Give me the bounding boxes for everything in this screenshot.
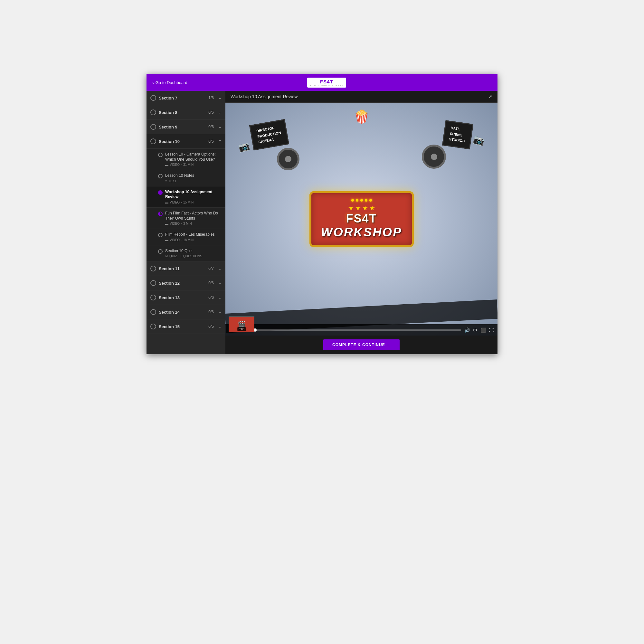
section-9-title: Section 9 <box>159 125 206 129</box>
sidebar-item-section-7[interactable]: Section 7 1/6 ⌄ <box>147 91 225 105</box>
lesson-film-report-title: Film Report - Les Miserables <box>165 232 222 237</box>
right-panel: Workshop 10 Assignment Review ⤢ 🍿 📷 📷 <box>225 91 497 354</box>
section-10-circle <box>150 138 156 144</box>
camera-left-decoration: 📷 <box>237 140 251 153</box>
lesson-fun-fact-info: Fun Film Fact - Actors Who Do Their Own … <box>165 211 222 225</box>
video-icon-4: ▬ <box>165 238 168 242</box>
clapperboard-right: DATE SCENE STUDIOS <box>442 120 473 149</box>
lesson-fun-fact-meta: ▬ VIDEO · 3 MIN <box>165 222 222 225</box>
light-1 <box>351 199 354 202</box>
section-7-progress: 1/6 <box>208 96 214 100</box>
lesson-camera-meta: ▬ VIDEO · 31 MIN <box>165 163 222 166</box>
lesson-camera-circle <box>158 153 163 157</box>
sidebar-item-section-15[interactable]: Section 15 0/5 ⌄ <box>147 319 225 334</box>
section-12-progress: 0/6 <box>208 281 214 285</box>
sidebar-item-section-11[interactable]: Section 11 0/7 ⌄ <box>147 261 225 276</box>
video-background: 🍿 📷 📷 <box>225 103 497 336</box>
section-12-circle <box>150 280 156 286</box>
outer-wrapper: ‹ Go to Dashboard FS4T FILM SCHOOL FOR T… <box>0 0 644 644</box>
section-8-chevron: ⌄ <box>218 110 222 115</box>
marquee-sign: ★ ★ ★ ★ FS4T WORKSHOP <box>309 191 414 247</box>
section-7-circle <box>150 95 156 101</box>
video-icon-3: ▬ <box>165 222 168 225</box>
lesson-film-report-info: Film Report - Les Miserables ▬ VIDEO · 1… <box>165 232 222 242</box>
lesson-camera-duration: 31 MIN <box>183 163 194 166</box>
star-4: ★ <box>369 204 375 212</box>
lesson-notes-meta: ≡ TEXT <box>165 179 222 183</box>
thumbnail-time: 0:00 <box>237 327 246 331</box>
section-15-title: Section 15 <box>159 324 206 329</box>
section-7-chevron: ⌄ <box>218 96 222 100</box>
main-content: Section 7 1/6 ⌄ Section 8 0/6 ⌄ Section … <box>147 91 497 354</box>
lesson-quiz-meta: ☑ QUIZ · 6 QUESTIONS <box>165 254 222 258</box>
sidebar-item-section-13[interactable]: Section 13 0/6 ⌄ <box>147 290 225 305</box>
sign-lights <box>321 199 402 202</box>
clapper-left-text: DIRECTOR PRODUCTION CAMERA <box>256 124 282 145</box>
lesson-item-fun-fact[interactable]: Fun Film Fact - Actors Who Do Their Own … <box>147 208 225 229</box>
clapper-right-text: DATE SCENE STUDIOS <box>449 125 467 144</box>
sidebar-item-section-14[interactable]: Section 14 0/6 ⌄ <box>147 305 225 319</box>
clapperboard-left: DIRECTOR PRODUCTION CAMERA <box>249 119 289 150</box>
lesson-film-report-type: VIDEO <box>170 238 180 242</box>
sidebar-item-section-12[interactable]: Section 12 0/6 ⌄ <box>147 276 225 290</box>
lesson-item-notes[interactable]: Lesson 10 Notes ≡ TEXT <box>147 170 225 186</box>
reel-right-decoration <box>422 145 446 169</box>
expand-icon[interactable]: ⤢ <box>488 94 492 99</box>
lesson-camera-separator: · <box>181 163 182 166</box>
sign-workshop-text: WORKSHOP <box>321 225 402 239</box>
logo-area: FS4T FILM SCHOOL FOR TEENS <box>307 78 346 88</box>
star-3: ★ <box>362 204 368 212</box>
video-title-bar: Workshop 10 Assignment Review ⤢ <box>225 91 497 103</box>
section-11-progress: 0/7 <box>208 266 214 271</box>
lesson-workshop-info: Workshop 10 Assignment Review ▬ VIDEO · … <box>165 190 222 204</box>
text-icon: ≡ <box>165 179 167 183</box>
video-icon: ▬ <box>165 163 168 166</box>
section-15-circle <box>150 324 156 329</box>
lesson-item-camera[interactable]: Lesson 10 - Camera Options: Which One Sh… <box>147 149 225 170</box>
airplay-icon[interactable]: ⬛ <box>480 327 486 333</box>
go-to-dashboard-button[interactable]: ‹ Go to Dashboard <box>152 80 187 85</box>
lesson-camera-type: VIDEO <box>170 163 180 166</box>
lesson-fun-fact-separator: · <box>181 222 182 225</box>
lesson-item-quiz[interactable]: Section 10 Quiz ☑ QUIZ · 6 QUESTIONS <box>147 245 225 262</box>
lesson-film-report-separator: · <box>181 238 182 242</box>
lesson-camera-title: Lesson 10 - Camera Options: Which One Sh… <box>165 152 222 162</box>
lesson-workshop-meta: ▬ VIDEO · 15 MIN <box>165 201 222 204</box>
sidebar-item-section-10[interactable]: Section 10 0/6 ⌃ <box>147 134 225 149</box>
lesson-item-workshop[interactable]: Workshop 10 Assignment Review ▬ VIDEO · … <box>147 186 225 208</box>
go-to-dashboard-label: Go to Dashboard <box>156 80 187 85</box>
lesson-quiz-duration: 6 QUESTIONS <box>181 254 202 258</box>
thumbnail-preview: 🎬 0:00 <box>229 316 254 332</box>
section-14-circle <box>150 309 156 315</box>
video-controls: ▶ 0:05 🔊 ⚙ ⬛ ⛶ <box>225 324 497 336</box>
section-8-title: Section 8 <box>159 110 206 115</box>
section-10-title: Section 10 <box>159 139 206 144</box>
section-9-circle <box>150 124 156 130</box>
progress-bar[interactable] <box>246 329 461 331</box>
volume-icon[interactable]: 🔊 <box>464 327 470 333</box>
light-4 <box>365 199 367 202</box>
lesson-film-report-circle <box>158 233 163 237</box>
lesson-workshop-type: VIDEO <box>170 201 180 204</box>
fullscreen-icon[interactable]: ⛶ <box>489 327 494 333</box>
lesson-fun-fact-duration: 3 MIN <box>183 222 192 225</box>
section-10-expanded: Section 10 0/6 ⌃ Lesson 10 - Camera Opti… <box>147 134 225 261</box>
sidebar-item-section-9[interactable]: Section 9 0/6 ⌄ <box>147 120 225 134</box>
settings-icon[interactable]: ⚙ <box>473 327 477 333</box>
lesson-fun-fact-circle <box>158 212 163 216</box>
video-area[interactable]: 🍿 📷 📷 <box>225 103 497 336</box>
app-container: ‹ Go to Dashboard FS4T FILM SCHOOL FOR T… <box>147 74 497 354</box>
lesson-workshop-title: Workshop 10 Assignment Review <box>165 190 222 200</box>
stars-row: ★ ★ ★ ★ <box>321 204 402 212</box>
lesson-item-film-report[interactable]: Film Report - Les Miserables ▬ VIDEO · 1… <box>147 229 225 245</box>
section-12-chevron: ⌄ <box>218 281 222 285</box>
lesson-notes-type: TEXT <box>168 179 177 183</box>
section-11-chevron: ⌄ <box>218 266 222 271</box>
top-bar: ‹ Go to Dashboard FS4T FILM SCHOOL FOR T… <box>147 74 497 91</box>
lesson-notes-info: Lesson 10 Notes ≡ TEXT <box>165 173 222 183</box>
lesson-quiz-separator: · <box>178 254 179 258</box>
sidebar-item-section-8[interactable]: Section 8 0/6 ⌄ <box>147 105 225 120</box>
lesson-workshop-duration: 15 MIN <box>183 201 194 204</box>
complete-continue-button[interactable]: COMPLETE & CONTINUE → <box>323 339 400 350</box>
popcorn-decoration: 🍿 <box>354 109 370 124</box>
